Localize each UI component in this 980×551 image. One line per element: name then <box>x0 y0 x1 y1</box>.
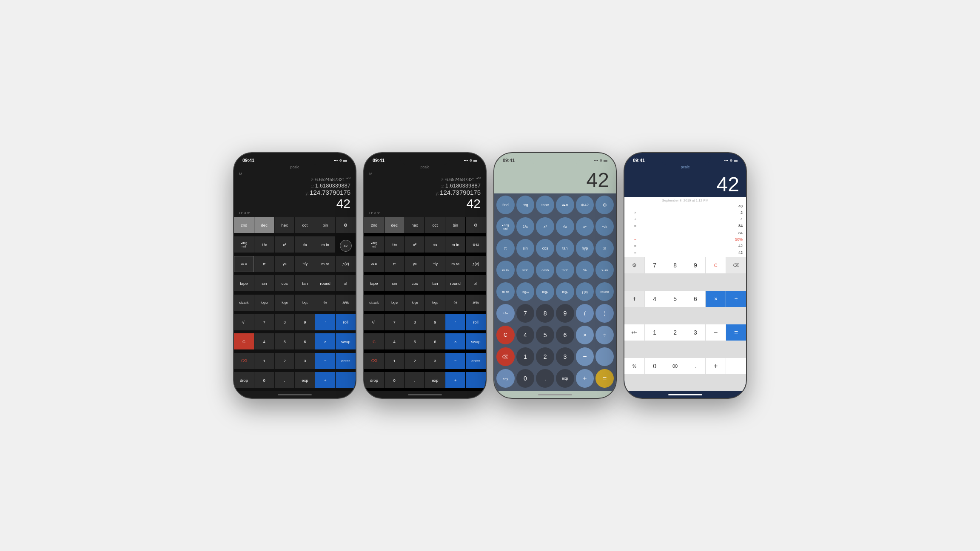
btn-dot-1[interactable]: . <box>275 372 295 388</box>
btn-div-1[interactable]: ÷ <box>315 314 335 330</box>
btn-mul-3[interactable]: × <box>576 326 594 344</box>
btn-add-3[interactable]: + <box>576 369 594 388</box>
btn-sq-1[interactable]: x² <box>275 236 295 253</box>
btn-loge-1[interactable]: logₑ <box>295 295 315 311</box>
btn-c-2[interactable]: C <box>364 333 384 349</box>
btn-log2-2[interactable]: log₂ <box>405 295 425 311</box>
btn-sub-1[interactable]: − <box>315 353 335 369</box>
btn-exp-2[interactable]: exp <box>425 372 445 388</box>
btn-2-1[interactable]: 2 <box>275 353 295 369</box>
btn-cos-1[interactable]: cos <box>275 275 295 291</box>
btn-lparen-3[interactable]: ( <box>576 304 594 323</box>
btn-yx-1[interactable]: yx <box>275 256 295 272</box>
btn-pct-2[interactable]: % <box>445 295 465 311</box>
btn-dec-2[interactable]: dec <box>385 217 405 233</box>
btn-c-4[interactable]: C <box>706 257 726 273</box>
btn-0-4[interactable]: 0 <box>645 358 665 374</box>
btn-tape-2[interactable]: tape <box>364 275 384 291</box>
btn-log10-2[interactable]: log₁₀ <box>385 295 405 311</box>
btn-ab-3[interactable]: A▸B <box>556 196 574 214</box>
btn-gear-3[interactable]: ⚙ <box>595 196 614 214</box>
btn-eq-4[interactable]: = <box>726 324 746 341</box>
btn-xy-3[interactable]: x~y <box>496 369 515 388</box>
btn-round-3[interactable]: round <box>595 282 614 301</box>
btn-9-2[interactable]: 9 <box>425 314 445 330</box>
btn-stack-1[interactable]: stack <box>234 295 254 311</box>
btn-4-3[interactable]: 4 <box>516 326 535 344</box>
btn-mul-1[interactable]: × <box>315 333 335 349</box>
btn-sqrt-2[interactable]: √x <box>425 236 445 253</box>
btn-xm-3[interactable]: x~m <box>595 261 614 279</box>
btn-0-1[interactable]: 0 <box>254 372 274 388</box>
btn-min-2[interactable]: m in <box>445 236 465 253</box>
btn-tan-2[interactable]: tan <box>425 275 445 291</box>
btn-yx-2[interactable]: yx <box>405 256 425 272</box>
btn-cos-3[interactable]: cos <box>536 239 554 258</box>
btn-4-1[interactable]: 4 <box>254 333 274 349</box>
btn-degrad-1[interactable]: ▸degrad <box>234 236 254 253</box>
btn-pm-3[interactable]: +/− <box>496 304 515 323</box>
btn-drop-2[interactable]: drop <box>364 372 384 388</box>
btn-recip-2[interactable]: 1/x <box>385 236 405 253</box>
btn-add-1[interactable]: + <box>315 372 335 388</box>
btn-bin-2[interactable]: bin <box>445 217 465 233</box>
btn-dpct-2[interactable]: Δ% <box>466 295 486 311</box>
btn-oct-2[interactable]: oct <box>425 217 445 233</box>
btn-3-3[interactable]: 3 <box>556 347 574 366</box>
btn-hex-1[interactable]: hex <box>275 217 295 233</box>
btn-xrooty-2[interactable]: ˣ√y <box>425 256 445 272</box>
btn-roll-2[interactable]: roll <box>466 314 486 330</box>
btn-roll-1[interactable]: roll <box>336 314 356 330</box>
btn-pct-1[interactable]: % <box>315 295 335 311</box>
btn-8-2[interactable]: 8 <box>405 314 425 330</box>
btn-add-2[interactable]: + <box>445 372 465 388</box>
btn-pi-3[interactable]: π <box>496 239 515 258</box>
btn-dot-2[interactable]: . <box>405 372 425 388</box>
btn-pct-4[interactable]: % <box>624 358 644 374</box>
btn-8-3[interactable]: 8 <box>536 304 554 323</box>
btn-exp-1[interactable]: exp <box>295 372 315 388</box>
btn-5-2[interactable]: 5 <box>405 333 425 349</box>
btn-sin-3[interactable]: sin <box>516 239 535 258</box>
btn-exp-3[interactable]: exp <box>556 369 574 388</box>
btn-bin-1[interactable]: bin <box>315 217 335 233</box>
btn-swap-2[interactable]: swap <box>466 333 486 349</box>
btn-1-3[interactable]: 1 <box>516 347 535 366</box>
btn-drop-1[interactable]: drop <box>234 372 254 388</box>
btn-sqrt-1[interactable]: √x <box>295 236 315 253</box>
btn-hex-2[interactable]: hex <box>405 217 425 233</box>
btn-min-1[interactable]: m in <box>315 236 335 253</box>
btn-sqrt-3[interactable]: √x <box>556 217 574 236</box>
btn-div-2[interactable]: ÷ <box>445 314 465 330</box>
btn-42-2[interactable]: ⊕42 <box>466 236 486 253</box>
btn-nrootx-3[interactable]: ⁿ√x <box>595 217 614 236</box>
btn-fact-3[interactable]: x! <box>595 239 614 258</box>
btn-6-2[interactable]: 6 <box>425 333 445 349</box>
btn-9-4[interactable]: 9 <box>685 257 705 273</box>
btn-tan-3[interactable]: tan <box>556 239 574 258</box>
btn-2nd-1[interactable]: 2nd <box>234 217 254 233</box>
btn-ab-2[interactable]: A▸B <box>364 256 384 272</box>
btn-div-4[interactable]: ÷ <box>726 291 746 307</box>
btn-pi-1[interactable]: π <box>254 256 274 272</box>
btn-xrooty-1[interactable]: ˣ√y <box>295 256 315 272</box>
btn-degrad-3[interactable]: ▸degrad <box>496 217 515 236</box>
btn-del-2[interactable]: ⌫ <box>364 353 384 369</box>
btn-mul-4[interactable]: × <box>706 291 726 307</box>
btn-sin-2[interactable]: sin <box>385 275 405 291</box>
btn-ab-1[interactable]: A▸B <box>234 256 254 272</box>
btn-tape-1[interactable]: tape <box>234 275 254 291</box>
btn-loge-3[interactable]: logₑ <box>556 282 574 301</box>
btn-eq-3[interactable]: = <box>595 369 614 388</box>
btn-8-1[interactable]: 8 <box>275 314 295 330</box>
btn-fact-1[interactable]: x! <box>336 275 356 291</box>
btn-1-2[interactable]: 1 <box>385 353 405 369</box>
btn-recip-3[interactable]: 1/x <box>516 217 535 236</box>
btn-9-1[interactable]: 9 <box>295 314 315 330</box>
btn-div-3[interactable]: ÷ <box>595 326 614 344</box>
btn-fx-2[interactable]: ƒ(x) <box>466 256 486 272</box>
btn-1-4[interactable]: 1 <box>645 324 665 341</box>
btn-sq-2[interactable]: x² <box>405 236 425 253</box>
btn-fx-3[interactable]: ƒ(x) <box>576 282 594 301</box>
btn-swap-1[interactable]: swap <box>336 333 356 349</box>
